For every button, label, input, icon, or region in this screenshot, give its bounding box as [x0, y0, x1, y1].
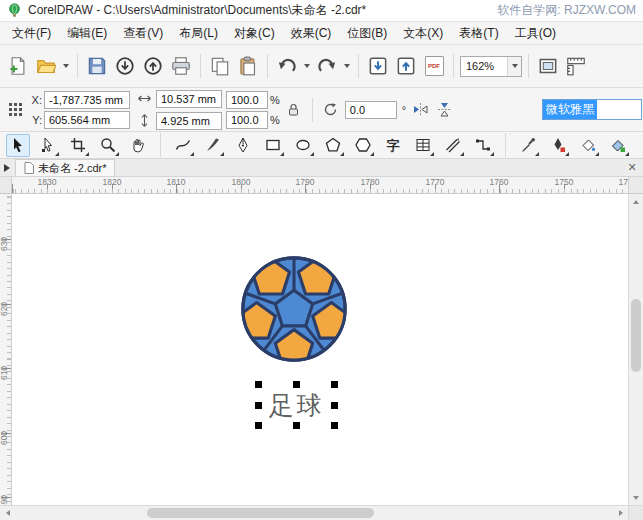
percent-label: %: [270, 94, 280, 106]
vertical-ruler[interactable]: 630 620 610 600 590: [0, 194, 12, 505]
toolbar-separator: [358, 54, 359, 78]
menu-bar: 文件(F) 编辑(E) 查看(V) 布局(L) 对象(C) 效果(C) 位图(B…: [0, 22, 643, 45]
eyedropper-tool[interactable]: [516, 134, 540, 157]
vertical-scrollbar[interactable]: [628, 194, 643, 505]
object-height-field[interactable]: 4.925 mm: [156, 112, 222, 130]
text-tool[interactable]: 字: [381, 134, 405, 157]
rectangle-tool[interactable]: [261, 134, 285, 157]
mirror-horizontal-button[interactable]: [410, 100, 430, 120]
scroll-up-icon[interactable]: [629, 194, 643, 209]
lock-ratio-button[interactable]: [284, 100, 304, 120]
menu-table[interactable]: 表格(T): [451, 22, 506, 45]
scale-fields: 100.0 % 100.0 %: [226, 91, 280, 129]
pan-tool[interactable]: [126, 134, 150, 157]
shape-tool[interactable]: [36, 134, 60, 157]
vertical-scroll-thumb[interactable]: [631, 299, 641, 372]
document-tab[interactable]: 未命名 -2.cdr*: [15, 159, 115, 176]
site-watermark: 软件自学网: RJZXW.COM: [497, 2, 636, 19]
object-width-field[interactable]: 10.537 mm: [156, 90, 222, 108]
menu-layout[interactable]: 布局(L): [171, 22, 226, 45]
chevron-down-icon: [512, 64, 518, 68]
horizontal-ruler[interactable]: 1830 1820 1810 1800 1790 1780 1770 1760 …: [12, 177, 628, 193]
scale-y-field[interactable]: 100.0: [226, 111, 268, 129]
polygon-tool[interactable]: [321, 134, 345, 157]
mirror-vertical-button[interactable]: [434, 100, 454, 120]
tab-nav-icon[interactable]: [4, 164, 10, 172]
horizontal-scroll-thumb[interactable]: [147, 508, 374, 518]
ruler-row: 1830 1820 1810 1800 1790 1780 1770 1760 …: [0, 177, 643, 194]
undo-button[interactable]: [274, 53, 300, 79]
freehand-tool[interactable]: [171, 134, 195, 157]
pdf-label: PDF: [428, 63, 440, 69]
object-origin-selector[interactable]: [5, 100, 25, 120]
x-position-field[interactable]: -1,787.735 mm: [44, 91, 130, 109]
menu-edit[interactable]: 编辑(E): [59, 22, 115, 45]
pen-tool[interactable]: [231, 134, 255, 157]
fill-tool[interactable]: [576, 134, 600, 157]
print-button[interactable]: [168, 53, 194, 79]
vertical-scroll-track[interactable]: [629, 209, 643, 490]
ruler-options-corner[interactable]: [628, 177, 643, 193]
dimension-tool[interactable]: [441, 134, 465, 157]
undo-dropdown-caret[interactable]: [304, 64, 310, 68]
workspace: 630 620 610 600 590: [0, 194, 643, 505]
publish-pdf-button[interactable]: PDF: [421, 53, 447, 79]
scale-x-field[interactable]: 100.0: [226, 91, 268, 109]
export-button[interactable]: [393, 53, 419, 79]
document-tab-strip: 未命名 -2.cdr* ✕: [0, 159, 643, 177]
toolbar-separator: [312, 98, 313, 122]
connector-tool[interactable]: [471, 134, 495, 157]
open-document-button[interactable]: [33, 53, 59, 79]
position-fields: X: -1,787.735 mm Y: 605.564 mm: [29, 91, 130, 129]
scroll-left-icon[interactable]: [0, 506, 15, 520]
ruler-label: 630: [0, 230, 9, 258]
pick-tool[interactable]: [6, 134, 30, 157]
menu-tools[interactable]: 工具(O): [507, 22, 564, 45]
horizontal-scroll-track[interactable]: [15, 506, 613, 520]
bottom-bar: [0, 505, 643, 520]
zoom-tool[interactable]: [96, 134, 120, 157]
ellipse-tool[interactable]: [291, 134, 315, 157]
font-family-combo[interactable]: 微软雅黑: [542, 99, 642, 120]
zoom-level-combo[interactable]: 162%: [460, 56, 522, 77]
drawing-canvas[interactable]: 足球: [12, 194, 628, 505]
scroll-right-icon[interactable]: [613, 506, 628, 520]
menu-view[interactable]: 查看(V): [115, 22, 171, 45]
x-label: X:: [29, 94, 42, 106]
horizontal-scrollbar[interactable]: [0, 505, 628, 520]
import-button[interactable]: [365, 53, 391, 79]
new-document-button[interactable]: [5, 53, 31, 79]
ruler-origin-corner[interactable]: [0, 177, 12, 193]
menu-text[interactable]: 文本(X): [395, 22, 451, 45]
zoom-combo-button[interactable]: [507, 57, 521, 76]
rotation-angle-field[interactable]: 0.0: [345, 101, 397, 119]
toolbar-separator: [528, 54, 529, 78]
y-position-field[interactable]: 605.564 mm: [44, 111, 130, 129]
scroll-down-icon[interactable]: [629, 490, 643, 505]
crop-tool[interactable]: [66, 134, 90, 157]
table-tool[interactable]: [411, 134, 435, 157]
show-rulers-button[interactable]: [563, 53, 589, 79]
save-button[interactable]: [84, 53, 110, 79]
copy-button[interactable]: [207, 53, 233, 79]
cloud-open-button[interactable]: [112, 53, 138, 79]
ruler-label: 590: [0, 488, 9, 505]
ruler-label: 1740: [619, 177, 628, 187]
artistic-media-tool[interactable]: [201, 134, 225, 157]
soccer-ball-drawing[interactable]: [235, 249, 353, 367]
redo-dropdown-caret[interactable]: [344, 64, 350, 68]
cloud-save-button[interactable]: [140, 53, 166, 79]
outline-pen-tool[interactable]: [546, 134, 570, 157]
common-shapes-tool[interactable]: [351, 134, 375, 157]
text-object[interactable]: 足球: [259, 385, 334, 425]
interactive-fill-tool[interactable]: [606, 134, 630, 157]
open-dropdown-caret[interactable]: [63, 64, 69, 68]
redo-button[interactable]: [314, 53, 340, 79]
menu-bitmaps[interactable]: 位图(B): [339, 22, 395, 45]
menu-effects[interactable]: 效果(C): [283, 22, 340, 45]
menu-file[interactable]: 文件(F): [4, 22, 59, 45]
fullscreen-preview-button[interactable]: [535, 53, 561, 79]
paste-button[interactable]: [235, 53, 261, 79]
close-document-icon[interactable]: ✕: [625, 161, 639, 174]
menu-object[interactable]: 对象(C): [226, 22, 283, 45]
